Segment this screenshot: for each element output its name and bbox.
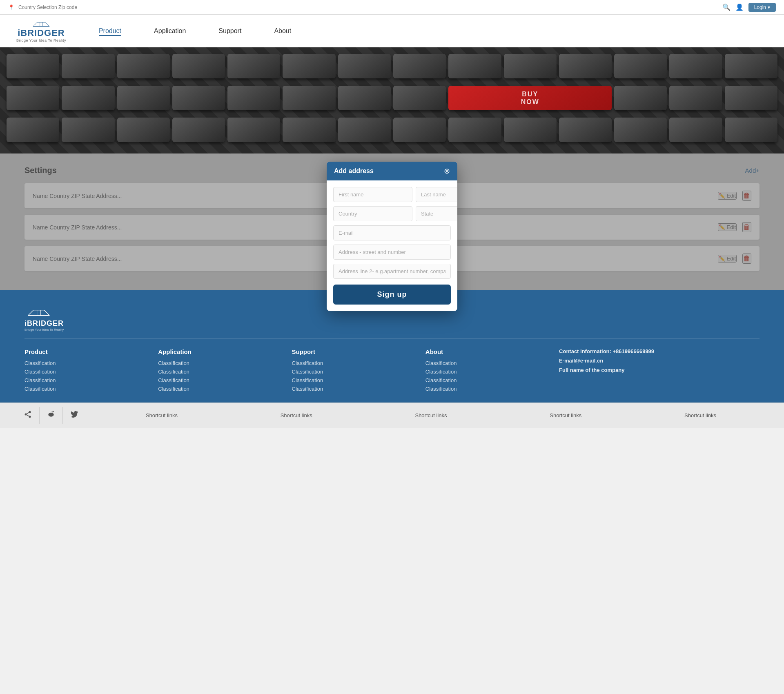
logo-subtitle: Bridge Your Idea To Reality <box>16 38 66 42</box>
sign-up-button[interactable]: Sign up <box>333 285 451 305</box>
footer-link[interactable]: Classification <box>425 377 559 383</box>
email-input[interactable] <box>333 225 451 240</box>
modal-overlay: Add address ⊗ <box>0 153 784 290</box>
modal-header: Add address ⊗ <box>327 162 457 180</box>
footer-columns: Product Classification Classification Cl… <box>24 348 760 394</box>
footer-support-title: Support <box>292 348 425 355</box>
navbar: iBRIDGER Bridge Your Idea To Reality Pro… <box>0 15 784 47</box>
shortcut-links: Shortcut links Shortcut links Shortcut l… <box>94 412 768 418</box>
login-button[interactable]: Login ▾ <box>748 3 776 12</box>
footer-link[interactable]: Classification <box>24 360 158 366</box>
footer-about-title: About <box>425 348 559 355</box>
address-line2-input[interactable] <box>333 264 451 279</box>
share-button[interactable] <box>16 407 40 424</box>
state-input[interactable] <box>416 206 457 221</box>
contact-email: E-mail@e-mail.cn <box>559 358 760 364</box>
top-bar: 📍 🔍 👤 Login ▾ <box>0 0 784 15</box>
country-input[interactable] <box>333 206 412 221</box>
footer-link[interactable]: Classification <box>292 386 425 392</box>
nav-links: Product Application Support About <box>99 27 291 35</box>
shortcut-link[interactable]: Shortcut links <box>281 412 312 418</box>
footer-logo-subtitle: Bridge Your Idea To Reality <box>24 328 760 331</box>
svg-point-17 <box>48 413 53 417</box>
svg-line-8 <box>44 310 49 316</box>
footer-link[interactable]: Classification <box>158 386 292 392</box>
last-name-input[interactable] <box>416 187 457 202</box>
svg-point-14 <box>29 416 31 418</box>
footer-link[interactable]: Classification <box>24 369 158 375</box>
share-icon <box>24 410 32 418</box>
login-arrow: ▾ <box>768 4 770 10</box>
hero-now-text: NOW <box>521 98 539 106</box>
contact-company: Full name of the company <box>559 367 760 373</box>
logo-bridge-svg <box>29 20 53 28</box>
svg-line-7 <box>28 310 33 316</box>
location-row <box>333 206 451 221</box>
footer-link[interactable]: Classification <box>425 369 559 375</box>
hero-buy-text: BUY <box>522 90 538 98</box>
nav-item-product[interactable]: Product <box>99 27 121 35</box>
footer-link[interactable]: Classification <box>425 360 559 366</box>
footer-link[interactable]: Classification <box>24 386 158 392</box>
footer-col-about: About Classification Classification Clas… <box>425 348 559 394</box>
shortcut-link[interactable]: Shortcut links <box>684 412 716 418</box>
logo: iBRIDGER Bridge Your Idea To Reality <box>16 20 66 42</box>
footer-logo-svg <box>24 306 53 318</box>
nav-item-about[interactable]: About <box>274 27 291 35</box>
top-bar-right: 🔍 👤 Login ▾ <box>722 3 776 12</box>
footer-link[interactable]: Classification <box>292 377 425 383</box>
modal-body: Sign up <box>327 180 457 311</box>
footer-link[interactable]: Classification <box>425 386 559 392</box>
shortcut-link[interactable]: Shortcut links <box>146 412 178 418</box>
bottom-bar: Shortcut links Shortcut links Shortcut l… <box>0 403 784 428</box>
shortcut-link[interactable]: Shortcut links <box>550 412 581 418</box>
svg-line-2 <box>45 22 49 26</box>
footer-contact: Contact information: +8619966669999 E-ma… <box>559 348 760 394</box>
footer-link[interactable]: Classification <box>292 360 425 366</box>
footer-divider <box>24 338 760 338</box>
footer-link[interactable]: Classification <box>158 360 292 366</box>
keyboard-background: BUY NOW <box>0 47 784 153</box>
svg-line-15 <box>27 415 29 416</box>
location-input[interactable] <box>18 4 141 10</box>
footer-link[interactable]: Classification <box>292 369 425 375</box>
login-label: Login <box>754 4 766 10</box>
svg-line-1 <box>33 22 37 26</box>
address-street-input[interactable] <box>333 245 451 260</box>
modal-close-button[interactable]: ⊗ <box>444 167 450 175</box>
footer-col-product: Product Classification Classification Cl… <box>24 348 158 394</box>
add-address-modal: Add address ⊗ <box>327 162 457 311</box>
footer-link[interactable]: Classification <box>158 369 292 375</box>
svg-point-13 <box>25 414 27 416</box>
footer-logo-text: iBRIDGER <box>24 319 760 328</box>
nav-item-application[interactable]: Application <box>154 27 186 35</box>
footer-application-title: Application <box>158 348 292 355</box>
modal-title: Add address <box>334 167 374 175</box>
first-name-input[interactable] <box>333 187 412 202</box>
nav-item-support[interactable]: Support <box>218 27 241 35</box>
shortcut-link[interactable]: Shortcut links <box>415 412 447 418</box>
weibo-button[interactable] <box>40 407 63 424</box>
nav-link-support[interactable]: Support <box>218 27 241 34</box>
twitter-button[interactable] <box>63 407 86 424</box>
nav-link-application[interactable]: Application <box>154 27 186 34</box>
main-content: Settings Add+ Name Country ZIP State Add… <box>0 153 784 290</box>
nav-link-about[interactable]: About <box>274 27 291 34</box>
footer-link[interactable]: Classification <box>24 377 158 383</box>
footer-col-support: Support Classification Classification Cl… <box>292 348 425 394</box>
footer-link[interactable]: Classification <box>158 377 292 383</box>
social-icons <box>16 407 86 424</box>
user-icon[interactable]: 👤 <box>735 3 744 11</box>
search-icon[interactable]: 🔍 <box>722 3 731 11</box>
footer-product-title: Product <box>24 348 158 355</box>
location-icon: 📍 <box>8 4 14 10</box>
svg-point-12 <box>29 411 31 413</box>
weibo-icon <box>47 410 55 418</box>
hero-section: BUY NOW <box>0 47 784 153</box>
footer-col-application: Application Classification Classificatio… <box>158 348 292 394</box>
svg-line-16 <box>27 412 29 414</box>
name-zip-row <box>333 187 451 202</box>
logo-text: iBRIDGER <box>18 28 65 38</box>
contact-info: Contact information: +8619966669999 <box>559 348 760 354</box>
nav-link-product[interactable]: Product <box>99 27 121 36</box>
